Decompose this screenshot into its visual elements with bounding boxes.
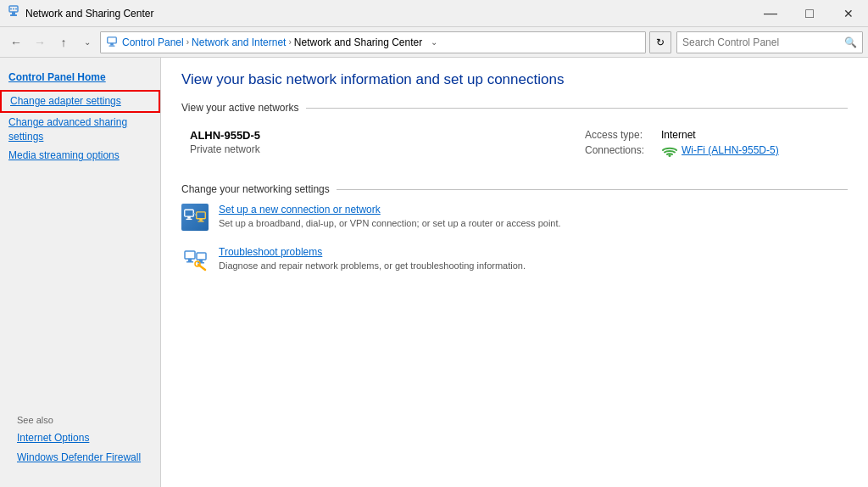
up-button[interactable]: ↑ <box>53 31 75 53</box>
svg-rect-14 <box>199 219 203 221</box>
svg-rect-12 <box>186 219 192 220</box>
new-connection-svg <box>183 205 207 229</box>
svg-rect-11 <box>187 216 191 219</box>
breadcrumb: Control Panel › Network and Internet › N… <box>100 31 646 53</box>
troubleshoot-svg <box>181 246 209 273</box>
svg-rect-8 <box>109 45 115 46</box>
sidebar-control-panel-home[interactable]: Control Panel Home <box>0 66 160 90</box>
sidebar-change-advanced-sharing[interactable]: Change advanced sharing settings <box>0 113 160 147</box>
networking-settings-header: Change your networking settings <box>181 183 848 195</box>
networking-settings-label: Change your networking settings <box>181 183 330 195</box>
new-connection-item: Set up a new connection or network Set u… <box>181 204 848 231</box>
active-networks-header: View your active networks <box>181 102 848 114</box>
svg-rect-2 <box>10 14 17 16</box>
network-type: Private network <box>190 143 568 155</box>
section-divider <box>306 108 848 109</box>
access-type-label: Access type: <box>585 129 661 141</box>
sidebar-windows-defender-firewall[interactable]: Windows Defender Firewall <box>8 448 152 467</box>
svg-rect-6 <box>108 36 117 42</box>
section-divider-2 <box>337 189 848 190</box>
connections-label: Connections: <box>585 144 661 156</box>
svg-rect-22 <box>198 262 204 264</box>
active-networks-label: View your active networks <box>181 102 299 114</box>
access-type-value: Internet <box>661 129 696 141</box>
search-box[interactable]: 🔍 <box>676 31 863 53</box>
window-title: Network and Sharing Center <box>25 8 861 20</box>
search-submit-button[interactable]: 🔍 <box>844 36 857 48</box>
address-bar: ← → ↑ ⌄ Control Panel › Network and Inte… <box>0 27 868 58</box>
connections-row: Connections: Wi-Fi (ALHN-955D-5) <box>585 143 839 157</box>
new-connection-icon <box>181 204 209 231</box>
new-connection-link[interactable]: Set up a new connection or network <box>219 204 561 216</box>
main-container: Control Panel Home Change adapter settin… <box>0 58 868 487</box>
see-also-label: See also <box>8 411 152 428</box>
sidebar-internet-options[interactable]: Internet Options <box>8 428 152 448</box>
svg-rect-13 <box>197 212 206 219</box>
networks-grid: ALHN-955D-5 Private network Access type:… <box>181 122 848 166</box>
breadcrumb-icon <box>106 36 118 48</box>
svg-point-3 <box>10 8 12 9</box>
networking-settings-section: Change your networking settings <box>181 183 848 273</box>
svg-rect-15 <box>198 221 204 221</box>
close-button[interactable]: ✕ <box>829 0 868 27</box>
troubleshoot-text: Troubleshoot problems Diagnose and repai… <box>219 246 526 271</box>
network-right-panel: Access type: Internet Connections: Wi-Fi… <box>576 122 848 166</box>
sidebar: Control Panel Home Change adapter settin… <box>0 58 161 487</box>
sidebar-media-streaming[interactable]: Media streaming options <box>0 146 160 165</box>
network-left-panel: ALHN-955D-5 Private network <box>181 122 576 166</box>
troubleshoot-link[interactable]: Troubleshoot problems <box>219 246 526 258</box>
svg-point-23 <box>195 261 200 266</box>
back-button[interactable]: ← <box>5 31 27 53</box>
refresh-button[interactable]: ↻ <box>649 31 671 53</box>
svg-point-9 <box>669 154 671 157</box>
title-bar: Network and Sharing Center — □ ✕ <box>0 0 868 27</box>
svg-rect-7 <box>110 42 114 45</box>
breadcrumb-network-internet[interactable]: Network and Internet <box>192 36 286 48</box>
breadcrumb-control-panel[interactable]: Control Panel <box>122 36 184 48</box>
new-connection-desc: Set up a broadband, dial-up, or VPN conn… <box>219 218 561 228</box>
search-input[interactable] <box>682 36 844 48</box>
wifi-signal-icon <box>661 143 678 157</box>
wifi-connection-link[interactable]: Wi-Fi (ALHN-955D-5) <box>682 144 779 156</box>
svg-point-4 <box>13 8 14 9</box>
new-connection-text: Set up a new connection or network Set u… <box>219 204 561 229</box>
breadcrumb-current: Network and Sharing Center <box>294 36 422 48</box>
svg-rect-18 <box>188 259 192 261</box>
app-icon <box>7 5 20 22</box>
network-name: ALHN-955D-5 <box>190 129 568 142</box>
svg-rect-17 <box>185 251 195 259</box>
content-area: View your basic network information and … <box>161 58 868 487</box>
svg-rect-1 <box>12 12 15 14</box>
access-type-row: Access type: Internet <box>585 129 839 141</box>
sidebar-change-adapter-settings[interactable]: Change adapter settings <box>0 90 160 113</box>
troubleshoot-desc: Diagnose and repair network problems, or… <box>219 260 526 271</box>
troubleshoot-icon <box>181 246 209 273</box>
svg-rect-19 <box>186 261 193 263</box>
recent-button[interactable]: ⌄ <box>76 31 98 53</box>
svg-rect-10 <box>185 210 194 216</box>
minimize-button[interactable]: — <box>751 0 790 27</box>
breadcrumb-dropdown[interactable]: ⌄ <box>426 31 442 53</box>
maximize-button[interactable]: □ <box>790 0 829 27</box>
window-controls: — □ ✕ <box>751 0 868 27</box>
svg-rect-20 <box>197 253 206 260</box>
page-title: View your basic network information and … <box>181 71 848 88</box>
forward-button[interactable]: → <box>29 31 51 53</box>
svg-point-5 <box>15 8 17 9</box>
troubleshoot-item: Troubleshoot problems Diagnose and repai… <box>181 246 848 273</box>
